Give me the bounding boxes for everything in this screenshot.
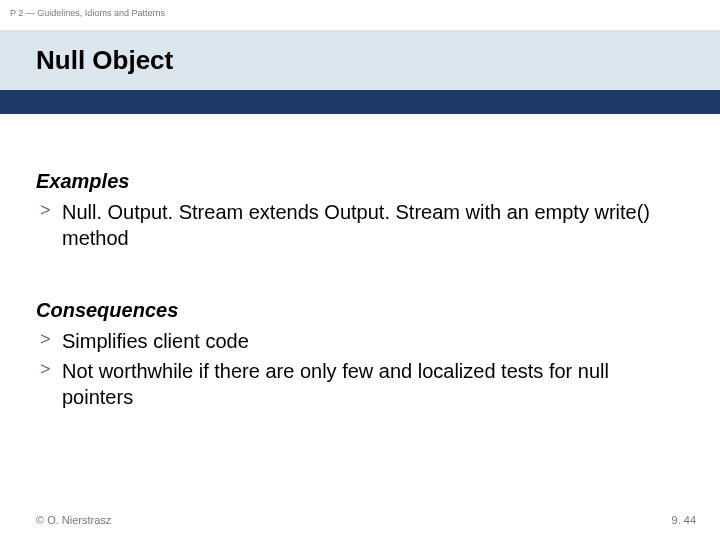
examples-section: Examples > Null. Output. Stream extends … xyxy=(36,170,684,251)
bullet-marker: > xyxy=(36,358,62,381)
content-area: Examples > Null. Output. Stream extends … xyxy=(36,170,684,414)
list-item: > Simplifies client code xyxy=(36,328,684,354)
slide-title: Null Object xyxy=(36,45,173,76)
title-band: Null Object xyxy=(0,30,720,90)
bullet-text: Not worthwhile if there are only few and… xyxy=(62,358,684,410)
examples-heading: Examples xyxy=(36,170,684,193)
slide: P 2 — Guidelines, Idioms and Patterns Nu… xyxy=(0,0,720,540)
list-item: > Null. Output. Stream extends Output. S… xyxy=(36,199,684,251)
copyright: © O. Nierstrasz xyxy=(36,514,111,526)
list-item: > Not worthwhile if there are only few a… xyxy=(36,358,684,410)
divider-bar xyxy=(0,90,720,114)
bullet-marker: > xyxy=(36,199,62,222)
page-number: 9. 44 xyxy=(672,514,696,526)
consequences-heading: Consequences xyxy=(36,299,684,322)
consequences-section: Consequences > Simplifies client code > … xyxy=(36,299,684,410)
bullet-text: Simplifies client code xyxy=(62,328,249,354)
bullet-marker: > xyxy=(36,328,62,351)
bullet-text: Null. Output. Stream extends Output. Str… xyxy=(62,199,684,251)
breadcrumb: P 2 — Guidelines, Idioms and Patterns xyxy=(10,8,165,18)
